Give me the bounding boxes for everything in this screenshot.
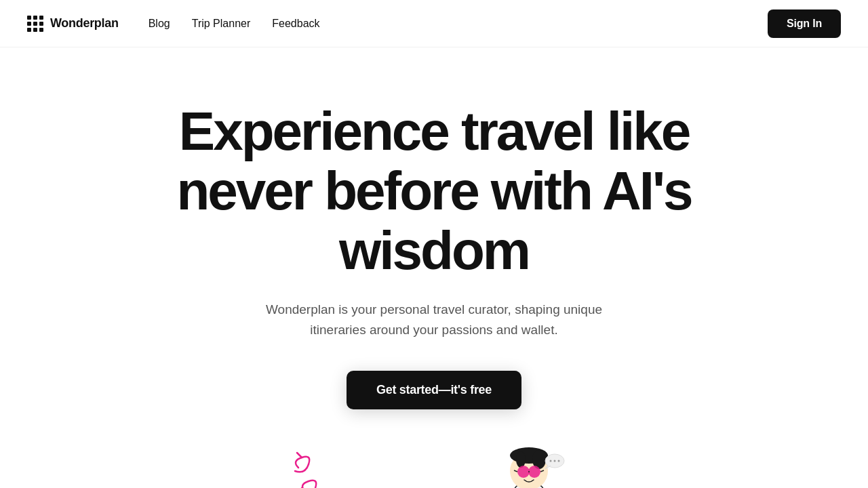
nav-feedback[interactable]: Feedback (264, 14, 328, 34)
logo[interactable]: Wonderplan (27, 16, 119, 32)
svg-point-13 (554, 460, 556, 462)
svg-point-14 (558, 460, 560, 462)
hero-subtitle: Wonderplan is your personal travel curat… (237, 300, 631, 341)
brand-name: Wonderplan (50, 16, 119, 30)
signin-button[interactable]: Sign In (768, 9, 841, 38)
svg-point-5 (516, 451, 526, 468)
hero-title: Experience travel like never before with… (129, 102, 739, 281)
hero-section: Experience travel like never before with… (0, 47, 868, 488)
svg-point-12 (550, 460, 552, 462)
character-illustration (475, 420, 583, 488)
navbar: Wonderplan Blog Trip Planner Feedback Si… (0, 0, 868, 47)
nav-blog[interactable]: Blog (140, 14, 178, 34)
logo-grid-icon (27, 16, 43, 32)
illustration-area (27, 423, 841, 488)
nav-links: Blog Trip Planner Feedback (140, 14, 328, 34)
squiggle-left-decoration (285, 447, 346, 488)
svg-point-7 (528, 466, 540, 478)
nav-trip-planner[interactable]: Trip Planner (184, 14, 259, 34)
nav-left: Wonderplan Blog Trip Planner Feedback (27, 14, 328, 34)
cta-button[interactable]: Get started—it's free (347, 371, 521, 409)
svg-point-6 (517, 466, 530, 478)
